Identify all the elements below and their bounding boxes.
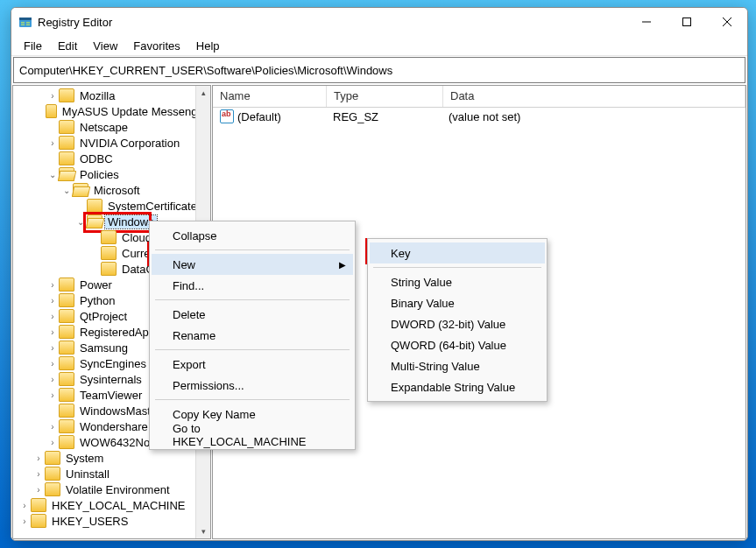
scroll-up-icon[interactable]: ▴ [196, 86, 210, 100]
col-data[interactable]: Data [443, 86, 745, 107]
tree-item[interactable]: ›HKEY_USERS [13, 513, 210, 529]
chevron-right-icon[interactable]: › [18, 516, 31, 526]
chevron-right-icon[interactable]: › [46, 327, 59, 337]
minimize-button[interactable] [626, 8, 667, 36]
folder-icon [59, 151, 74, 165]
tree-label: System [63, 452, 106, 465]
ctx-find[interactable]: Find... [152, 275, 353, 296]
titlebar: Registry Editor [11, 8, 747, 36]
ctx-permissions[interactable]: Permissions... [152, 375, 353, 396]
ctx-sep [155, 349, 350, 350]
tree-label: Uninstall [63, 467, 112, 481]
tree-label: Microsoft [91, 184, 143, 197]
ctx-new-dword[interactable]: DWORD (32-bit) Value [370, 313, 545, 334]
maximize-button[interactable] [667, 8, 707, 36]
chevron-down-icon[interactable]: ⌄ [60, 186, 73, 195]
menu-edit[interactable]: Edit [51, 38, 84, 54]
folder-icon [45, 467, 60, 481]
folder-icon [101, 262, 117, 276]
tree-item[interactable]: ›HKEY_LOCAL_MACHINE [13, 497, 210, 513]
tree-label: SystemCertificates [105, 200, 205, 213]
close-button[interactable] [707, 8, 747, 36]
tree-label: SyncEngines [77, 357, 149, 370]
menu-view[interactable]: View [86, 38, 124, 54]
ctx-new-multistring[interactable]: Multi-String Value [370, 355, 545, 376]
folder-icon [46, 104, 57, 118]
chevron-right-icon[interactable]: › [18, 501, 31, 510]
tree-label: Power [77, 278, 115, 292]
col-name[interactable]: Name [213, 86, 327, 107]
chevron-right-icon[interactable]: › [32, 469, 45, 479]
tree-item[interactable]: ›Mozilla [13, 88, 210, 103]
ctx-new-string[interactable]: String Value [370, 271, 545, 292]
tree-label: Python [77, 294, 117, 307]
new-submenu: Key String Value Binary Value DWORD (32-… [367, 238, 548, 402]
reg-sz-icon [220, 109, 234, 123]
folder-icon [101, 230, 117, 244]
svg-rect-7 [683, 18, 691, 26]
chevron-down-icon[interactable]: ⌄ [74, 217, 87, 227]
chevron-right-icon[interactable]: › [46, 138, 59, 148]
ctx-new-expandstring[interactable]: Expandable String Value [370, 376, 545, 397]
menu-help[interactable]: Help [189, 38, 227, 54]
chevron-right-icon[interactable]: › [46, 343, 59, 353]
chevron-right-icon[interactable]: › [46, 375, 59, 384]
chevron-right-icon[interactable]: › [46, 296, 59, 306]
chevron-right-icon[interactable]: › [46, 312, 59, 321]
tree-item[interactable]: MyASUS Update Messenger [13, 103, 210, 119]
folder-icon [59, 136, 74, 150]
chevron-down-icon[interactable]: ⌄ [46, 170, 59, 179]
ctx-delete[interactable]: Delete [152, 304, 353, 325]
chevron-right-icon[interactable]: › [46, 390, 59, 400]
folder-icon [59, 435, 74, 449]
tree-item[interactable]: Netscape [13, 119, 210, 135]
tree-item[interactable]: ›Volatile Environment [13, 481, 210, 497]
menu-file[interactable]: File [17, 38, 49, 54]
svg-rect-4 [26, 22, 30, 24]
tree-label: Netscape [77, 121, 131, 134]
chevron-right-icon[interactable]: › [32, 485, 45, 495]
ctx-collapse[interactable]: Collapse [152, 225, 353, 246]
ctx-new-qword[interactable]: QWORD (64-bit) Value [370, 334, 545, 355]
value-type: REG_SZ [326, 110, 442, 123]
folder-icon [59, 341, 74, 355]
tree-label: Volatile Environment [63, 483, 173, 496]
list-row[interactable]: (Default) REG_SZ (value not set) [213, 108, 745, 125]
ctx-goto-hklm[interactable]: Go to HKEY_LOCAL_MACHINE [152, 425, 353, 446]
chevron-right-icon[interactable]: › [46, 359, 59, 369]
tree-label: Samsung [77, 341, 131, 355]
folder-icon [45, 482, 60, 496]
tree-label: HKEY_USERS [49, 515, 131, 528]
tree-item[interactable]: ›System [13, 450, 210, 466]
tree-item[interactable]: ⌄Microsoft [13, 182, 210, 198]
folder-icon [59, 309, 74, 323]
tree-item[interactable]: ›Uninstall [13, 466, 210, 481]
chevron-right-icon[interactable]: › [46, 280, 59, 290]
tree-label: MyASUS Update Messenger [60, 105, 210, 118]
tree-item[interactable]: ›NVIDIA Corporation [13, 135, 210, 151]
chevron-right-icon[interactable]: › [46, 422, 59, 432]
tree-item[interactable]: ODBC [13, 151, 210, 166]
tree-item[interactable]: ⌄Policies [13, 166, 210, 182]
folder-icon [73, 183, 88, 197]
submenu-arrow-icon: ▶ [339, 260, 346, 270]
ctx-new[interactable]: New ▶ [152, 254, 353, 275]
scroll-down-icon[interactable]: ▾ [196, 524, 210, 538]
chevron-right-icon[interactable]: › [46, 438, 59, 447]
folder-icon [87, 214, 102, 228]
menu-favorites[interactable]: Favorites [126, 38, 187, 54]
folder-icon [31, 498, 46, 512]
ctx-new-key[interactable]: Key [370, 242, 545, 263]
address-bar[interactable]: Computer\HKEY_CURRENT_USER\Software\Poli… [13, 57, 745, 83]
folder-icon [59, 167, 74, 181]
tree-label: ODBC [77, 152, 116, 165]
ctx-sep [155, 249, 350, 250]
col-type[interactable]: Type [327, 86, 443, 107]
folder-icon [59, 325, 74, 339]
ctx-new-binary[interactable]: Binary Value [370, 292, 545, 313]
ctx-export[interactable]: Export [152, 354, 353, 375]
chevron-right-icon[interactable]: › [46, 91, 59, 101]
ctx-rename[interactable]: Rename [152, 325, 353, 346]
chevron-right-icon[interactable]: › [32, 453, 45, 463]
tree-item[interactable]: SystemCertificates [13, 198, 210, 214]
